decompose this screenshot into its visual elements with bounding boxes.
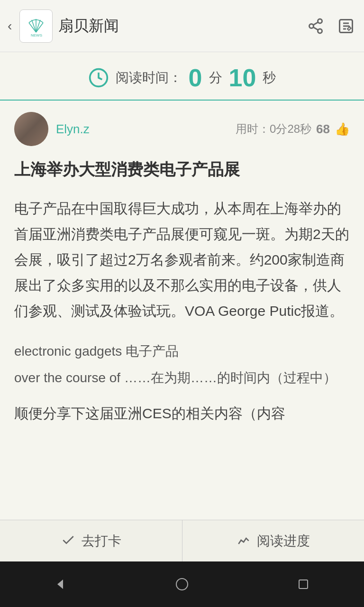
- svg-rect-19: [299, 580, 308, 589]
- svg-line-2: [32, 20, 36, 32]
- progress-tab[interactable]: 阅读进度: [182, 520, 364, 561]
- avatar: [14, 112, 48, 146]
- minutes-unit: 分: [209, 69, 222, 87]
- svg-line-3: [36, 20, 40, 32]
- share-button[interactable]: [305, 16, 326, 37]
- like-count: 68: [316, 122, 330, 137]
- svg-point-8: [318, 29, 322, 33]
- reading-time-seconds: 10: [229, 65, 256, 90]
- svg-line-10: [313, 22, 318, 25]
- android-nav-bar: [0, 561, 364, 607]
- svg-line-15: [348, 26, 350, 27]
- svg-marker-17: [57, 579, 63, 589]
- avatar-image: [14, 112, 48, 146]
- nav-actions: [305, 16, 356, 37]
- reading-time-bar: 阅读时间： 0 分 10 秒: [0, 52, 364, 101]
- vocab-item-1: electronic gadgets 电子产品: [14, 338, 350, 365]
- svg-line-4: [36, 23, 43, 32]
- bottom-bar: 去打卡 阅读进度: [0, 520, 364, 561]
- svg-line-1: [29, 23, 36, 32]
- content-area: 阅读时间： 0 分 10 秒 Elyn.z 用时：0分28秒 68 👍: [0, 52, 364, 561]
- vocab-item-2: over the course of ……在为期……的时间内（过程中）: [14, 365, 350, 391]
- svg-point-18: [176, 579, 188, 590]
- seconds-unit: 秒: [263, 69, 276, 87]
- article-title: 上海举办大型消费类电子产品展: [14, 157, 350, 182]
- author-row: Elyn.z 用时：0分28秒 68 👍: [14, 112, 350, 146]
- android-home-button[interactable]: [168, 570, 196, 598]
- progress-label: 阅读进度: [257, 532, 310, 550]
- share-teaser: 顺便分享下这届亚洲CES的相关内容（内容: [14, 401, 350, 426]
- reading-time-minutes: 0: [189, 65, 202, 90]
- app-title: 扇贝新闻: [58, 16, 300, 37]
- time-spent: 用时：0分28秒: [236, 121, 311, 137]
- thumb-up-icon[interactable]: 👍: [335, 122, 350, 137]
- android-recent-button[interactable]: [289, 570, 318, 598]
- share-icon: [307, 18, 324, 35]
- app-logo: NEWS: [19, 9, 53, 43]
- author-name[interactable]: Elyn.z: [56, 122, 90, 137]
- checkin-label: 去打卡: [82, 532, 121, 550]
- svg-point-6: [318, 19, 322, 23]
- back-button[interactable]: ‹: [8, 18, 12, 34]
- article-area: Elyn.z 用时：0分28秒 68 👍 上海举办大型消费类电子产品展 电子产品…: [0, 101, 364, 520]
- edit-icon: [337, 18, 355, 35]
- article-body: 电子产品在中国取得巨大成功，从本周在上海举办的首届亚洲消费类电子产品展便可窥见一…: [14, 196, 350, 324]
- edit-button[interactable]: [336, 16, 356, 37]
- nav-bar: ‹ NEWS 扇贝新闻: [0, 0, 364, 52]
- reading-time-label: 阅读时间：: [116, 69, 182, 87]
- clock-icon: [88, 67, 109, 88]
- svg-point-7: [309, 24, 314, 28]
- logo-icon: NEWS: [24, 14, 48, 38]
- checkin-icon: [61, 533, 76, 549]
- svg-line-9: [313, 27, 318, 30]
- vocab-section: electronic gadgets 电子产品 over the course …: [14, 338, 350, 391]
- svg-text:NEWS: NEWS: [31, 33, 42, 37]
- android-back-button[interactable]: [46, 570, 75, 598]
- checkin-tab[interactable]: 去打卡: [0, 520, 182, 561]
- progress-icon: [236, 533, 251, 549]
- author-meta: 用时：0分28秒 68 👍: [236, 121, 350, 137]
